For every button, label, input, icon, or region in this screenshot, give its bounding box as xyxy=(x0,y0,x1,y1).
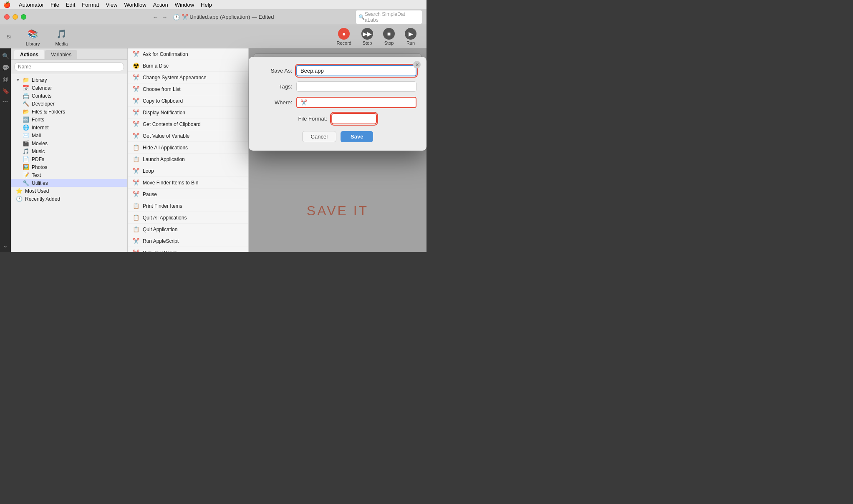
tree-item-contacts[interactable]: 📇 Contacts xyxy=(11,92,127,100)
where-selector[interactable]: ✂️ Automator — iCloud ⌃⌄ xyxy=(296,97,416,108)
tree-item-photos[interactable]: 🖼️ Photos xyxy=(11,163,127,171)
action-get-clipboard[interactable]: ✂️ Get Contents of Clipboard xyxy=(128,118,248,130)
tree-item-calendar[interactable]: 📅 Calendar xyxy=(11,84,127,92)
save-button[interactable]: Save xyxy=(341,131,373,142)
action-quit-app[interactable]: 📋 Quit Application xyxy=(128,224,248,235)
action-get-value[interactable]: ✂️ Get Value of Variable xyxy=(128,130,248,142)
sidebar-more-icon[interactable]: ••• xyxy=(3,99,8,104)
action-icon: ✂️ xyxy=(133,238,139,244)
apple-menu[interactable]: 🍎 xyxy=(3,1,10,8)
media-label: Media xyxy=(55,41,68,46)
history-icon[interactable]: 🕐 xyxy=(173,14,180,20)
menu-format[interactable]: Format xyxy=(82,2,99,8)
action-hide-apps[interactable]: 📋 Hide All Applications xyxy=(128,142,248,154)
action-run-javascript[interactable]: ✂️ Run JavaScript xyxy=(128,247,248,252)
maximize-button[interactable] xyxy=(21,14,26,20)
action-display-notification[interactable]: ✂️ Display Notification xyxy=(128,107,248,118)
tree-item-files[interactable]: 📂 Files & Folders xyxy=(11,108,127,116)
menu-edit[interactable]: Edit xyxy=(66,2,75,8)
action-icon: 📋 xyxy=(133,144,139,151)
library-tree: ▼ 📁 Library 📅 Calendar 📇 Contacts 🔨 Deve… xyxy=(11,74,127,252)
tree-item-utilities[interactable]: 🔧 Utilities xyxy=(11,179,127,187)
search-input[interactable] xyxy=(14,62,124,71)
sidebar-search-icon[interactable]: 🔍 xyxy=(2,53,9,59)
action-label: Change System Appearance xyxy=(143,75,207,81)
menu-file[interactable]: File xyxy=(50,2,59,8)
files-icon: 📂 xyxy=(23,108,29,115)
action-copy-clipboard[interactable]: ✂️ Copy to Clipboard xyxy=(128,95,248,107)
tree-item-most-used[interactable]: ⭐ Most Used xyxy=(11,187,127,195)
stop-button[interactable]: ■ Stop xyxy=(380,26,398,47)
minimize-button[interactable] xyxy=(13,14,18,20)
tree-label: Library xyxy=(32,77,47,83)
action-label: Launch Application xyxy=(143,156,185,162)
dialog-close-button[interactable]: ✕ xyxy=(413,61,421,68)
file-format-row: File Format: Application ⌃⌄ xyxy=(259,113,416,124)
tree-item-internet[interactable]: 🌐 Internet xyxy=(11,123,127,131)
file-format-value: Application xyxy=(336,116,362,122)
tab-actions[interactable]: Actions xyxy=(14,50,44,59)
tree-item-developer[interactable]: 🔨 Developer xyxy=(11,100,127,108)
action-icon: ✂️ xyxy=(133,109,139,116)
sidebar-at-icon[interactable]: @ xyxy=(3,76,8,83)
library-button[interactable]: 📚 Library xyxy=(23,25,43,48)
cancel-button[interactable]: Cancel xyxy=(302,131,336,142)
action-pause[interactable]: ✂️ Pause xyxy=(128,189,248,200)
action-launch-app[interactable]: 📋 Launch Application xyxy=(128,154,248,165)
action-change-appearance[interactable]: ✂️ Change System Appearance xyxy=(128,72,248,83)
action-icon: 📋 xyxy=(133,156,139,162)
tree-item-mail[interactable]: ✉️ Mail xyxy=(11,131,127,139)
dialog-overlay: ✕ Save As: Tags: Where: ✂️ Automator — xyxy=(249,48,426,252)
tree-label: Calendar xyxy=(32,85,52,91)
stop-label: Stop xyxy=(384,40,394,45)
media-button[interactable]: 🎵 Media xyxy=(51,25,71,48)
back-arrow[interactable]: ← xyxy=(153,14,159,20)
sidebar-chat-icon[interactable]: 💬 xyxy=(2,64,9,71)
action-ask-confirmation[interactable]: ✂️ Ask for Confirmation xyxy=(128,48,248,60)
tree-item-library[interactable]: ▼ 📁 Library xyxy=(11,76,127,84)
run-button[interactable]: ▶ Run xyxy=(401,26,420,47)
main-content: s files and folders as input ⬛ Run Shell… xyxy=(249,48,426,252)
action-quit-all[interactable]: 📋 Quit All Applications xyxy=(128,212,248,224)
action-run-applescript[interactable]: ✂️ Run AppleScript xyxy=(128,235,248,247)
tree-item-text[interactable]: 📝 Text xyxy=(11,171,127,179)
save-as-input[interactable] xyxy=(296,65,416,76)
menu-view[interactable]: View xyxy=(106,2,118,8)
sidebar-expand-icon[interactable]: ⌄ xyxy=(3,242,8,249)
menu-help[interactable]: Help xyxy=(201,2,212,8)
titlebar-search[interactable]: 🔍 Search SimpleDat aLabs xyxy=(356,10,422,24)
tree-item-pdfs[interactable]: 📄 PDFs xyxy=(11,155,127,163)
action-choose-list[interactable]: ✂️ Choose from List xyxy=(128,83,248,95)
internet-icon: 🌐 xyxy=(23,124,29,131)
tree-item-movies[interactable]: 🎬 Movies xyxy=(11,139,127,147)
step-button[interactable]: ▶▶ Step xyxy=(358,26,376,47)
file-format-selector[interactable]: Application ⌃⌄ xyxy=(331,113,377,124)
tree-label: Developer xyxy=(32,101,55,107)
action-icon: 📋 xyxy=(133,203,139,209)
utilities-icon: 🔧 xyxy=(23,180,29,186)
menu-automator[interactable]: Automator xyxy=(19,2,44,8)
close-button[interactable] xyxy=(4,14,10,20)
action-move-bin[interactable]: ✂️ Move Finder Items to Bin xyxy=(128,177,248,189)
tree-item-fonts[interactable]: 🔤 Fonts xyxy=(11,116,127,123)
action-loop[interactable]: ✂️ Loop xyxy=(128,165,248,177)
menu-action[interactable]: Action xyxy=(153,2,168,8)
forward-arrow[interactable]: → xyxy=(162,14,168,20)
action-icon: 📋 xyxy=(133,226,139,232)
menu-window[interactable]: Window xyxy=(175,2,194,8)
record-button[interactable]: ● Record xyxy=(333,26,355,47)
media-icon: 🎵 xyxy=(55,27,68,40)
tags-input[interactable] xyxy=(296,81,416,92)
tags-row: Tags: xyxy=(259,81,416,92)
tree-label: Mail xyxy=(32,133,41,139)
step-icon: ▶▶ xyxy=(361,28,373,40)
tree-item-music[interactable]: 🎵 Music xyxy=(11,147,127,155)
sidebar-bookmark-icon[interactable]: 🔖 xyxy=(2,88,9,94)
action-print[interactable]: 📋 Print Finder Items xyxy=(128,200,248,212)
search-icon: 🔍 xyxy=(358,14,365,20)
tab-variables[interactable]: Variables xyxy=(45,50,77,59)
action-label: Print Finder Items xyxy=(143,203,182,209)
menu-workflow[interactable]: Workflow xyxy=(124,2,146,8)
tree-item-recently-added[interactable]: 🕐 Recently Added xyxy=(11,195,127,203)
action-burn-disc[interactable]: ☢️ Burn a Disc xyxy=(128,60,248,72)
